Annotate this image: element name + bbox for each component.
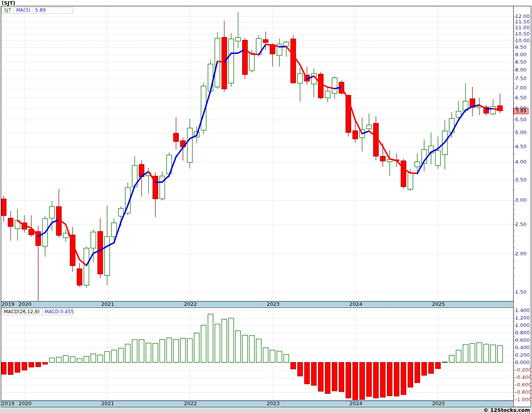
price-pane-legend: SJT MA(3) 5.89 (1, 7, 73, 14)
price-tick-label: 3.00 (515, 197, 527, 203)
year-label: 2020 (18, 302, 31, 307)
price-tick-label: 7.00 (515, 85, 527, 91)
legend-ma-value: 5.89 (33, 7, 73, 13)
year-label: 2023 (267, 302, 280, 307)
macd-tick-label: 0.200 (515, 352, 530, 358)
footer-strip (0, 407, 532, 413)
legend-ma-label: MA(3) (14, 7, 33, 13)
macd-tick-label: 0.000 (515, 359, 530, 365)
legend-symbol: SJT (2, 7, 14, 13)
price-tick-label: 2.00 (515, 251, 527, 257)
price-tick-label: 8.50 (515, 59, 527, 65)
stock-chart-page: (SJT) SJT MA(3) 5.89 MACD(26,12,9) MACD:… (0, 0, 532, 413)
page-title: (SJT) (2, 0, 15, 6)
macd-tick-label: 0.400 (515, 345, 530, 350)
year-label: 2021 (101, 302, 114, 307)
price-tick-label: 5.00 (515, 129, 527, 135)
price-tick-label: 1.50 (515, 289, 527, 295)
year-label: 2025 (432, 401, 445, 406)
price-tick-label: 8.00 (515, 67, 527, 73)
year-label: 2023 (267, 401, 280, 406)
price-tick-label: 4.50 (515, 144, 527, 149)
macd-pane-legend: MACD(26,12,9) MACD:0.455 (1, 309, 73, 315)
macd-tick-label: -0.200 (515, 367, 532, 373)
year-label: 2022 (184, 401, 197, 406)
macd-tick-label: 1.200 (515, 315, 530, 321)
year-label: 2021 (101, 401, 114, 406)
macd-tick-label: -0.400 (515, 374, 532, 380)
year-label: 2025 (432, 302, 445, 307)
year-label: 2022 (184, 302, 197, 307)
price-tick-label: 7.50 (515, 75, 527, 81)
candlestick-macd-chart-canvas (0, 0, 532, 413)
price-tick-label: 6.00 (515, 105, 527, 111)
year-label: 2024 (349, 401, 362, 406)
price-tick-label: 2.50 (515, 221, 527, 227)
price-tick-label: 3.50 (515, 177, 527, 183)
price-tick-label: 5.50 (515, 117, 527, 122)
price-tick-label: 12.00 (515, 13, 530, 19)
price-tick-label: 10.00 (515, 38, 530, 43)
price-tick-label: 4.00 (515, 159, 527, 165)
copyright-label: © 12Stocks.com (483, 407, 530, 413)
macd-tick-label: 1.000 (515, 322, 530, 328)
macd-tick-label: -0.800 (515, 389, 532, 395)
macd-legend-value: MACD:0.455 (42, 309, 76, 315)
price-tick-label: 9.00 (515, 52, 527, 57)
year-label: 2019 (2, 401, 14, 406)
price-tick-label: 6.50 (515, 95, 527, 101)
price-tick-label: 11.00 (515, 25, 530, 31)
macd-tick-label: 0.600 (515, 337, 530, 343)
macd-legend-label: MACD(26,12,9) (2, 309, 42, 315)
year-label: 2020 (18, 401, 31, 406)
price-tick-label: 11.50 (515, 19, 530, 25)
year-label: 2019 (2, 302, 14, 307)
macd-tick-label: 0.800 (515, 330, 530, 336)
price-tick-label: 9.50 (515, 44, 527, 50)
macd-tick-label: -0.600 (515, 382, 532, 388)
year-label: 2024 (349, 302, 362, 307)
price-tick-label: 10.50 (515, 31, 530, 37)
macd-tick-label: 1.400 (515, 307, 530, 313)
macd-tick-label: -1.000 (515, 397, 532, 402)
